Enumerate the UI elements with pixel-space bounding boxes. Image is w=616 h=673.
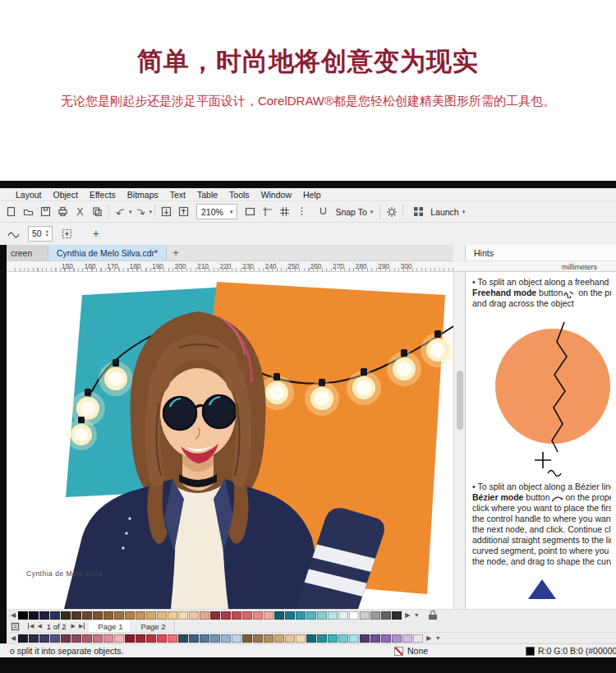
color-swatch[interactable] (61, 611, 71, 620)
palette-scroll-left-icon[interactable]: ◀ (8, 634, 18, 642)
document-tab-screen[interactable]: creen (7, 245, 48, 260)
color-swatch[interactable] (18, 611, 28, 620)
color-swatch[interactable] (18, 634, 28, 643)
color-swatch[interactable] (71, 611, 81, 620)
last-page-button[interactable]: ▶ (79, 623, 85, 629)
color-swatch[interactable] (264, 634, 274, 643)
color-swatch[interactable] (50, 634, 60, 643)
print-icon[interactable] (54, 204, 71, 220)
import-icon[interactable] (158, 204, 175, 220)
page-tab-1[interactable]: Page 1 (89, 620, 131, 632)
menu-window[interactable]: Window (255, 190, 297, 200)
color-swatch[interactable] (125, 634, 135, 643)
redo-icon[interactable] (132, 204, 149, 220)
color-swatch[interactable] (317, 634, 327, 643)
color-swatch[interactable] (370, 611, 380, 620)
color-swatch[interactable] (306, 611, 316, 620)
menu-help[interactable]: Help (297, 190, 327, 200)
color-swatch[interactable] (392, 611, 402, 620)
color-swatch[interactable] (221, 611, 231, 620)
bounding-box-icon[interactable] (58, 225, 76, 242)
color-swatch[interactable] (381, 611, 391, 620)
color-swatch[interactable] (39, 611, 49, 620)
color-swatch[interactable] (50, 611, 60, 620)
snap-to-dropdown[interactable]: Snap To ▾ (310, 204, 377, 220)
copy-icon[interactable] (89, 204, 106, 220)
color-swatch[interactable] (39, 634, 49, 643)
color-swatch[interactable] (274, 611, 284, 620)
menu-layout[interactable]: Layout (10, 190, 48, 200)
palette-lock-icon[interactable] (429, 611, 437, 620)
color-swatch[interactable] (242, 611, 252, 620)
color-swatch[interactable] (360, 634, 370, 643)
color-swatch[interactable] (274, 634, 284, 643)
color-swatch[interactable] (264, 611, 274, 620)
color-swatch[interactable] (189, 634, 199, 643)
color-swatch[interactable] (253, 634, 263, 643)
color-swatch[interactable] (29, 611, 39, 620)
color-swatch[interactable] (349, 611, 359, 620)
color-swatch[interactable] (349, 634, 359, 643)
palette-scroll-left-icon[interactable]: ◀ (8, 611, 18, 619)
color-swatch[interactable] (253, 611, 263, 620)
color-swatch[interactable] (157, 611, 167, 620)
cut-icon[interactable] (71, 204, 89, 220)
menu-tools[interactable]: Tools (223, 190, 255, 200)
color-swatch[interactable] (210, 634, 220, 643)
color-swatch[interactable] (82, 634, 92, 643)
color-swatch[interactable] (338, 611, 348, 620)
color-swatch[interactable] (200, 634, 209, 643)
color-swatch[interactable] (402, 634, 412, 643)
menu-effects[interactable]: Effects (84, 190, 122, 200)
color-swatch[interactable] (103, 611, 113, 620)
color-swatch[interactable] (381, 634, 391, 643)
fullscreen-preview-icon[interactable] (241, 204, 259, 220)
open-icon[interactable] (20, 204, 37, 220)
launch-button[interactable]: Launch ▾ (406, 204, 469, 220)
color-swatch[interactable] (146, 611, 156, 620)
color-swatch[interactable] (168, 611, 177, 620)
smoothing-stepper[interactable]: 50 ▴▾ (28, 226, 53, 242)
color-swatch[interactable] (285, 611, 295, 620)
color-swatch[interactable] (136, 634, 145, 643)
color-swatch[interactable] (296, 611, 306, 620)
stepper-arrows-icon[interactable]: ▴▾ (46, 229, 48, 237)
color-swatch[interactable] (317, 611, 327, 620)
color-swatch[interactable] (93, 634, 103, 643)
undo-icon[interactable] (112, 204, 129, 220)
color-swatch[interactable] (232, 634, 241, 643)
save-icon[interactable] (37, 204, 54, 220)
redo-dropdown-icon[interactable]: ▾ (149, 209, 153, 214)
page-tab-2[interactable]: Page 2 (131, 620, 174, 632)
color-swatch[interactable] (360, 611, 370, 620)
color-swatch[interactable] (296, 634, 306, 643)
horizontal-ruler[interactable]: millimeters 1501601701801902002102202302… (7, 261, 616, 272)
zoom-level-combo[interactable]: 210% ▾ (196, 204, 237, 219)
show-guidelines-icon[interactable] (293, 204, 310, 220)
color-swatch[interactable] (338, 634, 348, 643)
color-swatch[interactable] (146, 634, 156, 643)
color-swatch[interactable] (413, 634, 423, 643)
palette-scroll-right-icon[interactable]: ▶ (402, 611, 412, 619)
palette-flyout-icon[interactable]: ▾ (434, 634, 442, 642)
scrollbar-thumb[interactable] (457, 371, 463, 430)
color-swatch[interactable] (82, 611, 92, 620)
color-swatch[interactable] (178, 611, 188, 620)
show-grid-icon[interactable] (276, 204, 293, 220)
color-swatch[interactable] (157, 634, 167, 643)
drawing-canvas[interactable]: Cynthia de Melo Silva (7, 272, 453, 609)
color-swatch[interactable] (168, 634, 177, 643)
color-swatch[interactable] (136, 611, 145, 620)
color-swatch[interactable] (328, 611, 338, 620)
palette-scroll-right-icon[interactable]: ▶ (424, 634, 434, 642)
color-swatch[interactable] (306, 634, 316, 643)
color-swatch[interactable] (189, 611, 199, 620)
first-page-button[interactable]: ◀ (28, 623, 34, 629)
color-swatch[interactable] (71, 634, 81, 643)
color-swatch[interactable] (125, 611, 135, 620)
fill-indicator[interactable]: None (394, 646, 428, 656)
color-swatch[interactable] (114, 634, 124, 643)
color-swatch[interactable] (210, 611, 220, 620)
add-icon[interactable]: + (93, 227, 99, 240)
show-rulers-icon[interactable] (259, 204, 276, 220)
